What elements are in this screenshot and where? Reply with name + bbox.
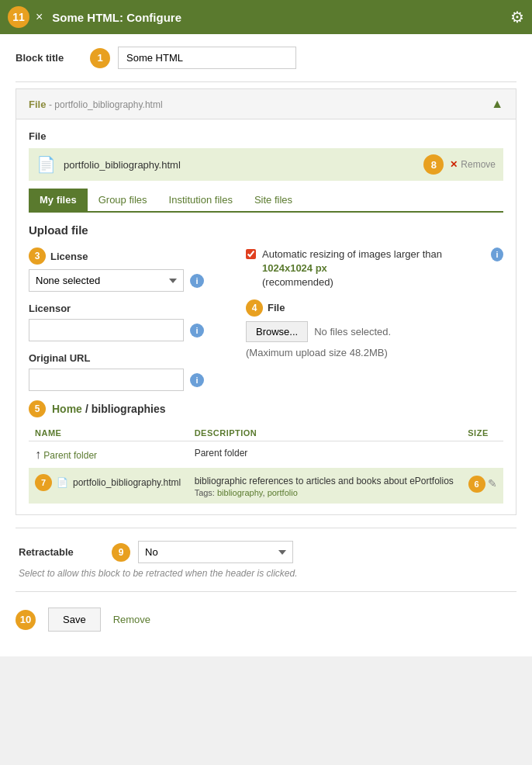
col-size: SIZE [461,425,503,441]
file-row-name: portfolio_bibliography.html [73,477,181,488]
badge-4: 4 [246,299,263,317]
edit-icon[interactable]: ✎ [488,477,497,490]
badge-7: 7 [35,474,52,491]
retractable-hint: Select to allow this block to be retract… [16,568,516,579]
retractable-select[interactable]: No Yes Yes, retracted [138,541,293,563]
upload-title: Upload file [29,223,503,237]
close-button[interactable]: × [36,10,43,24]
retractable-label: Retractable [19,546,112,558]
parent-folder-desc: Parent folder [188,441,462,469]
tab-group-files[interactable]: Group files [88,189,158,211]
license-info-icon[interactable]: i [190,274,204,288]
block-title-input[interactable] [118,47,296,69]
block-title-label: Block title [16,52,78,64]
badge-5: 5 [29,400,46,417]
tab-institution-files[interactable]: Institution files [158,189,244,211]
current-file-name: portfolio_bibliography.html [64,159,423,171]
file-row-desc: bibliographic references to articles and… [195,474,456,488]
file-section: File - portfolio_bibliography.html ▲ Fil… [16,88,516,515]
col-description: DESCRIPTION [188,425,462,441]
no-files-text: No files selected. [314,326,391,338]
browse-row: Browse... No files selected. [246,321,503,342]
tab-my-files[interactable]: My files [29,189,88,211]
file-upload-label: 4 File [246,299,503,317]
license-field-label: 3 License [29,248,230,265]
remove-label: Remove [461,159,496,170]
file-row-tags: Tags: bibliography, portfolio [195,488,456,497]
save-button[interactable]: Save [48,608,101,632]
badge-1: 1 [90,48,110,68]
retractable-row: Retractable 9 No Yes Yes, retracted [16,541,516,563]
browse-button[interactable]: Browse... [246,321,308,342]
file-field-label: File [29,130,503,142]
upload-form-right: Automatic resizing of images larger than… [246,248,503,391]
breadcrumb-current: bibliographies [92,403,166,415]
breadcrumb: 5 Home / bibliographies [29,400,503,417]
table-row-file: 7 📄 portfolio_bibliography.html bibliogr… [29,468,503,504]
title-bar: 11 × Some HTML: Configure ⚙ [0,0,532,34]
breadcrumb-sep: / [85,403,88,415]
upload-form-row: 3 License None selected CC BY CC BY-SA C… [29,248,503,391]
file-section-header-label: File - portfolio_bibliography.html [29,99,163,110]
tab-site-files[interactable]: Site files [244,189,303,211]
block-title-row: Block title 1 [16,47,516,69]
resize-info-icon[interactable]: i [491,248,503,261]
step-badge-11: 11 [8,6,29,28]
remove-file-button[interactable]: ✕ Remove [450,159,496,170]
auto-resize-checkbox[interactable] [246,249,256,259]
auto-resize-row: Automatic resizing of images larger than… [246,248,503,290]
licensor-input[interactable] [29,319,184,341]
parent-folder-link[interactable]: Parent folder [43,450,97,461]
dialog-title: Some HTML: Configure [52,11,510,24]
gear-icon[interactable]: ⚙ [510,8,524,26]
url-info-icon[interactable]: i [190,373,204,387]
col-name: NAME [29,425,188,441]
url-field-label: Original URL [29,352,230,364]
file-section-body: File 📄 portfolio_bibliography.html 8 ✕ R… [16,119,516,514]
file-section-header: File - portfolio_bibliography.html ▲ [16,89,516,119]
badge-9: 9 [112,543,130,562]
remove-x-icon: ✕ [450,159,458,170]
main-content: Block title 1 File - portfolio_bibliogra… [0,34,532,656]
badge-6: 6 [468,476,485,493]
remove-link[interactable]: Remove [113,614,150,625]
current-file-row: 📄 portfolio_bibliography.html 8 ✕ Remove [29,148,503,181]
footer-row: 10 Save Remove [16,598,516,644]
tag-bibliography[interactable]: bibliography [217,488,263,497]
tag-portfolio[interactable]: portfolio [268,488,298,497]
file-table: NAME DESCRIPTION SIZE ↑ Parent folder Pa… [29,425,503,504]
badge-10: 10 [16,610,36,630]
table-row-parent: ↑ Parent folder Parent folder [29,441,503,469]
file-tabs: My files Group files Institution files S… [29,189,503,213]
upload-form-left: 3 License None selected CC BY CC BY-SA C… [29,248,230,391]
max-upload-text: (Maximum upload size 48.2MB) [246,347,503,358]
file-row-doc-icon: 📄 [57,477,68,488]
breadcrumb-home[interactable]: Home [52,403,82,415]
chevron-up-icon[interactable]: ▲ [491,97,503,111]
url-input[interactable] [29,369,184,391]
license-select[interactable]: None selected CC BY CC BY-SA CC BY-NC Pu… [29,269,184,292]
auto-resize-label: Automatic resizing of images larger than… [262,248,482,290]
badge-3: 3 [29,248,46,265]
parent-folder-icon: ↑ [35,448,41,461]
badge-8: 8 [423,154,444,175]
licensor-info-icon[interactable]: i [190,324,204,338]
file-document-icon: 📄 [36,155,56,174]
licensor-field-label: Licensor [29,303,230,314]
